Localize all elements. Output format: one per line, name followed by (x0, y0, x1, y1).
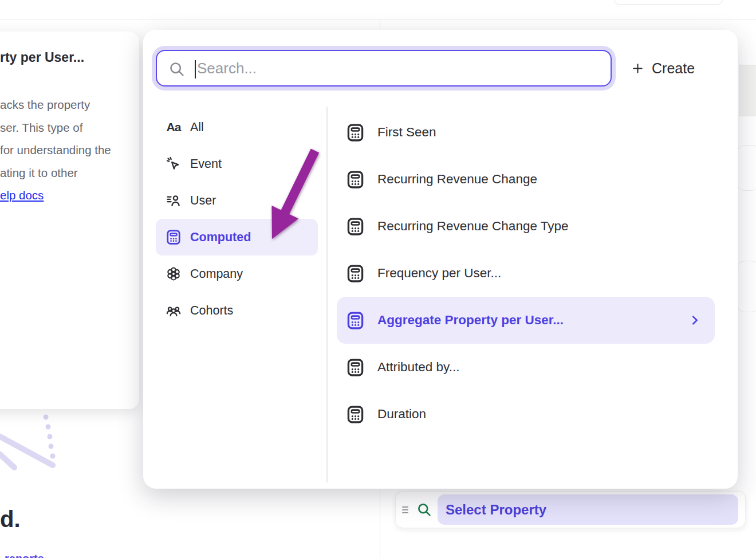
calculator-icon (346, 264, 365, 283)
tooltip-body-line: acks the property (0, 93, 133, 116)
select-property-button[interactable]: Select Property (438, 494, 738, 525)
search-icon (168, 61, 185, 77)
chevron-right-icon (688, 314, 701, 327)
text-caret (195, 60, 196, 78)
property-label: Aggregate Property per User... (377, 313, 564, 328)
select-property-bar: Select Property (395, 491, 746, 528)
create-button-label: Create (652, 60, 695, 77)
category-label: Event (190, 157, 222, 171)
tooltip-body: acks the property ser. This type of for … (0, 93, 133, 207)
annotation-arrow (252, 143, 332, 258)
text-aa-icon: Aa (165, 119, 182, 136)
category-item-all[interactable]: Aa All (156, 109, 318, 146)
property-label: Duration (377, 407, 426, 422)
category-item-company[interactable]: Company (156, 256, 318, 292)
calculator-icon (346, 123, 365, 142)
search-input[interactable] (197, 51, 598, 85)
category-label: Computed (190, 230, 251, 245)
background-panel-fragment (739, 65, 756, 116)
property-label: Frequency per User... (377, 266, 501, 281)
property-item[interactable]: First Seen (337, 109, 715, 156)
user-icon (165, 192, 182, 209)
category-label: User (190, 194, 216, 208)
tooltip-body-line: ser. This type of (0, 116, 133, 139)
help-docs-link[interactable]: elp docs (0, 188, 44, 202)
background-link-fragment: reports (5, 552, 44, 558)
calculator-icon (346, 217, 365, 236)
search-icon (416, 502, 432, 517)
background-heading-fragment: d. (0, 506, 21, 532)
property-label: Recurring Revenue Change (377, 172, 537, 187)
search-box[interactable] (156, 50, 612, 87)
tooltip-title: rty per User... (0, 50, 84, 65)
decorative-chart-lines (0, 401, 74, 481)
background-row-fragment (737, 145, 756, 191)
category-label: Company (190, 267, 243, 281)
tooltip-body-line: for understanding the (0, 139, 133, 162)
plus-icon (631, 62, 644, 75)
cursor-click-icon (165, 155, 182, 172)
select-property-label: Select Property (446, 502, 546, 518)
screen: rty per User... acks the property ser. T… (0, 0, 756, 558)
property-item[interactable]: Attributed by... (337, 344, 715, 391)
create-button[interactable]: Create (631, 55, 695, 81)
drag-handle-icon[interactable] (400, 503, 414, 517)
calculator-icon (346, 405, 365, 424)
calculator-icon (346, 358, 365, 377)
cohorts-people-icon (165, 302, 182, 319)
category-label: Cohorts (190, 304, 233, 318)
property-item[interactable]: Recurring Revenue Change Type (337, 203, 715, 250)
calculator-icon (165, 229, 182, 246)
property-picker-modal: Create Aa All E (143, 30, 738, 489)
property-item[interactable]: Recurring Revenue Change (337, 156, 715, 203)
background-button-fragment (614, 0, 723, 5)
calculator-icon (346, 311, 365, 330)
tooltip-body-line: ating it to other (0, 162, 133, 184)
property-item-aggregate-property-per-user[interactable]: Aggregate Property per User... (337, 297, 715, 344)
property-list: First Seen Recurring Revenue Change Recu… (337, 109, 715, 438)
background-row-fragment (737, 261, 756, 312)
property-label: Attributed by... (377, 360, 459, 375)
property-item[interactable]: Duration (337, 391, 715, 438)
property-tooltip-card: rty per User... acks the property ser. T… (0, 32, 139, 409)
property-item[interactable]: Frequency per User... (337, 250, 715, 297)
category-label: All (190, 120, 204, 135)
company-cluster-icon (165, 265, 182, 282)
calculator-icon (346, 170, 365, 189)
category-item-cohorts[interactable]: Cohorts (156, 292, 318, 329)
property-label: Recurring Revenue Change Type (377, 219, 569, 234)
property-label: First Seen (377, 125, 436, 140)
background-horizontal-divider (0, 19, 756, 19)
